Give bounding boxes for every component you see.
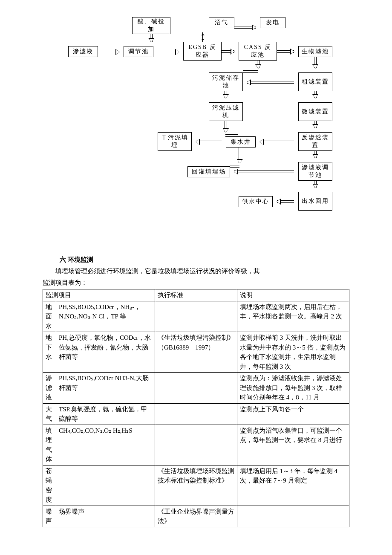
arrow (222, 50, 234, 53)
row-label: 填 埋气体 (43, 425, 56, 465)
section-intro-2: 监测项目表为： (43, 278, 349, 288)
row-label: 苍 蝇密度 (43, 465, 56, 506)
node-microfilter: 微滤装置 (298, 102, 332, 121)
row-param: PH,总硬度，氯化物，CODcr，水位氨氮，挥发酚，氰化物，大肠杆菌等 (56, 332, 155, 373)
row-param: 场界噪声 (56, 506, 155, 527)
table-row: 苍 蝇密度 《生活垃圾填埋场环境监测技术标准污染控制标准》 填埋场启用后 1～3… (43, 465, 349, 506)
table-row: 渗 滤液 PH,SS,BOD₅,CODcr NH3-N,大肠杆菌等 监测点为：渗… (43, 373, 349, 404)
th-std: 执行标准 (155, 289, 237, 301)
arrow (314, 181, 317, 188)
connector (225, 134, 238, 137)
arrow (314, 57, 317, 68)
node-ro: 反渗透装置 (298, 132, 332, 151)
row-std (155, 373, 237, 404)
row-param: CH₄,CO₂,CO,N₂,O₂ H₂,H₂S (56, 425, 155, 465)
connector (243, 70, 258, 73)
table-row: 噪声 场界噪声 《工业企业场界噪声测量方法》 (43, 506, 349, 527)
row-param: TSP,臭氧强度，氨，硫化氢，甲硫醇等 (56, 403, 155, 425)
arrow (196, 141, 222, 143)
row-param (56, 465, 155, 506)
arrow (314, 151, 317, 158)
row-label: 噪声 (43, 506, 56, 527)
th-note: 说明 (237, 289, 349, 301)
row-note (237, 506, 349, 527)
row-note: 监测点为：渗滤液收集井，渗滤液处理设施排放口，每年监测 3 次，取样时间分别每年… (237, 373, 349, 404)
arrow (98, 51, 119, 53)
node-sludgepress: 污泥压滤机 (209, 102, 243, 121)
node-rotank: 渗滤液调节池 (298, 162, 332, 181)
table-row: 大气 TSP,臭氧强度，氨，硫化氢，甲硫醇等 监测点上下风向各一个 (43, 403, 349, 425)
row-label: 地下水 (43, 332, 56, 373)
row-std: 《生活垃圾填埋污染控制》（GB16889—1997） (155, 332, 237, 373)
node-biofilter: 生物滤池 (298, 46, 332, 57)
node-reuse: 出水回用 (298, 192, 332, 211)
row-std (155, 301, 237, 332)
row-label: 地面水 (43, 301, 56, 332)
row-std: 《工业企业场界噪声测量方法》 (155, 506, 237, 527)
node-cass: CASS 反应池 (239, 42, 277, 61)
node-reinject: 回灌填埋场 (187, 166, 230, 177)
node-power: 发电 (260, 17, 285, 28)
section-intro-1: 填埋场管理必须进行环境监测，它是垃圾填埋场运行状况的评价等级，其 (43, 266, 349, 276)
arrow (314, 91, 317, 98)
table-row: 填 埋气体 CH₄,CO₂,CO,N₂,O₂ H₂,H₂S 监测点为沼气收集管口… (43, 425, 349, 465)
arrow (234, 26, 256, 29)
arrow (153, 51, 179, 53)
arrow (314, 121, 317, 128)
arrow (260, 141, 294, 143)
arrow (225, 91, 227, 98)
table-row: 地面水 PH,SS,BOD5,CODcr，NH₃-，N,NO₂,NO₃-N Cl… (43, 301, 349, 332)
node-supply: 供水中心 (239, 196, 273, 207)
arrow (277, 200, 294, 203)
arrow (150, 34, 153, 42)
process-flow-diagram: 酸、碱投加 沼气 发电 渗滤液 调节池 EGSB 反应器 CASS 反应池 生物… (68, 17, 341, 247)
row-std (155, 425, 237, 465)
row-note: 监测井取样前 3 天洗井，洗井时取出水量为井中存水的 3～5 倍，监测点为各个地… (237, 332, 349, 373)
table-header-row: 监测项目 执行标准 说明 (43, 289, 349, 301)
arrow (257, 61, 259, 68)
node-coarse: 粗滤装置 (298, 72, 332, 91)
row-std: 《生活垃圾填埋场环境监测技术标准污染控制标准》 (155, 465, 237, 506)
row-note: 监测点上下风向各一个 (237, 403, 349, 425)
node-sump: 集水井 (226, 136, 256, 147)
arrow (247, 81, 294, 84)
node-sludgestore: 污泥储存池 (209, 72, 243, 91)
node-egsb: EGSB 反应器 (183, 42, 222, 61)
arrow (239, 147, 241, 163)
arrow (234, 171, 294, 173)
node-tiaojie: 调节池 (124, 46, 153, 57)
arrow (277, 50, 294, 53)
row-param: PH,SS,BOD5,CODcr，NH₃-，N,NO₂,NO₃-N Cl，TP … (56, 301, 155, 332)
node-acid: 酸、碱投加 (132, 17, 170, 34)
row-note: 填埋场启用后 1～3 年，每年监测 4 次，最好在 7～9 月测定 (237, 465, 349, 506)
arrow (225, 121, 227, 132)
node-biogas: 沼气 (209, 17, 234, 28)
th-item: 监测项目 (43, 289, 155, 301)
row-note: 监测点为沼气收集管口，可监测一个点，每年监测一次，要求在 8 月进行 (237, 425, 349, 465)
row-label: 大气 (43, 403, 56, 425)
node-drysludge: 干污泥填埋 (158, 132, 192, 151)
node-leachate: 渗滤液 (68, 46, 98, 57)
arrow (202, 32, 203, 42)
row-param: PH,SS,BOD₅,CODcr NH3-N,大肠杆菌等 (56, 373, 155, 404)
monitoring-table: 监测项目 执行标准 说明 地面水 PH,SS,BOD5,CODcr，NH₃-，N… (43, 289, 349, 527)
section-heading: 六 环境监测 (60, 256, 349, 264)
connector (230, 165, 239, 168)
row-std (155, 403, 237, 425)
row-label: 渗 滤液 (43, 373, 56, 404)
table-row: 地下水 PH,总硬度，氯化物，CODcr，水位氨氮，挥发酚，氰化物，大肠杆菌等 … (43, 332, 349, 373)
row-note: 填埋场本底监测两次，启用后在枯，丰，平水期各监测一次。高峰月 2 次 (237, 301, 349, 332)
